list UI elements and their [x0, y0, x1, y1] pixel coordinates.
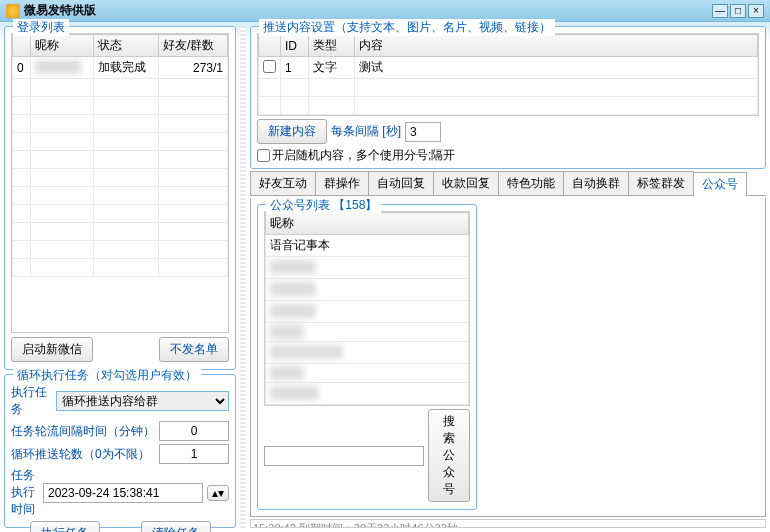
tab-group[interactable]: 群操作 [315, 171, 369, 195]
wait-label: 任务轮流间隔时间（分钟） [11, 423, 155, 440]
interval-input[interactable] [405, 122, 441, 142]
gzh-search-input[interactable] [264, 446, 424, 466]
gzh-list-title: 公众号列表 【158】 [266, 197, 381, 214]
rounds-input[interactable] [159, 444, 229, 464]
tabs: 好友互动 群操作 自动回复 收款回复 特色功能 自动换群 标签群发 公众号 [250, 171, 766, 196]
gzh-table: 昵称 语音记事本 ████察 ████息 ████步 ████ ████ 已冻结… [265, 212, 469, 405]
gzh-search-button[interactable]: 搜索公众号 [428, 409, 470, 502]
maximize-button[interactable]: □ [730, 4, 746, 18]
gzh-item[interactable]: ████ [266, 364, 469, 383]
push-table: ID 类型 内容 1 文字 测试 [258, 34, 758, 115]
new-content-button[interactable]: 新建内容 [257, 119, 327, 144]
gzh-item[interactable]: ████ [266, 323, 469, 342]
rounds-label: 循环推送轮数（0为不限） [11, 446, 155, 463]
tab-switchgroup[interactable]: 自动换群 [563, 171, 629, 195]
login-row[interactable]: 0 ████氏 加载完成 273/1 [13, 57, 228, 79]
app-logo [6, 4, 20, 18]
time-input[interactable] [43, 483, 203, 503]
time-label: 任务执行时间 [11, 467, 39, 518]
login-table: 昵称 状态 好友/群数 0 ████氏 加载完成 273/1 [12, 34, 228, 277]
run-task-button[interactable]: 执行任务 [30, 521, 100, 532]
splitter[interactable] [240, 26, 246, 528]
interval-label: 每条间隔 [秒] [331, 123, 401, 140]
push-row-check[interactable] [263, 60, 276, 73]
time-stepper[interactable]: ▴▾ [207, 485, 229, 501]
gzh-item[interactable]: 语音记事本 [266, 235, 469, 257]
tab-gzh[interactable]: 公众号 [693, 172, 747, 196]
log-box[interactable]: 15:38:42 到期时间：30天23小时46分32秒 15:38:42 初始化… [250, 519, 766, 528]
blacklist-button[interactable]: 不发名单 [159, 337, 229, 362]
random-content-check[interactable]: 开启随机内容，多个使用分号;隔开 [257, 147, 759, 164]
minimize-button[interactable]: — [712, 4, 728, 18]
clear-task-button[interactable]: 清除任务 [141, 521, 211, 532]
task-label: 执行任务 [11, 384, 52, 418]
start-wechat-button[interactable]: 启动新微信 [11, 337, 93, 362]
gzh-item[interactable]: ████察 [266, 257, 469, 279]
tab-friend[interactable]: 好友互动 [250, 171, 316, 195]
loop-panel-title: 循环执行任务（对勾选用户有效） [13, 367, 201, 384]
tab-payment[interactable]: 收款回复 [433, 171, 499, 195]
task-select[interactable]: 循环推送内容给群 [56, 391, 229, 411]
tab-tagsend[interactable]: 标签群发 [628, 171, 694, 195]
push-panel-title: 推送内容设置（支持文本、图片、名片、视频、链接） [259, 19, 555, 36]
gzh-item[interactable]: ████步 [266, 301, 469, 323]
gzh-item[interactable]: ████ 虹 [266, 383, 469, 405]
tab-autoreply[interactable]: 自动回复 [368, 171, 434, 195]
window-title: 微易发特供版 [24, 2, 710, 19]
gzh-item[interactable]: ████ 已冻结 [266, 342, 469, 364]
login-panel-title: 登录列表 [13, 19, 69, 36]
close-button[interactable]: × [748, 4, 764, 18]
wait-input[interactable] [159, 421, 229, 441]
tab-special[interactable]: 特色功能 [498, 171, 564, 195]
push-row[interactable]: 1 文字 测试 [259, 57, 758, 79]
gzh-item[interactable]: ████息 [266, 279, 469, 301]
